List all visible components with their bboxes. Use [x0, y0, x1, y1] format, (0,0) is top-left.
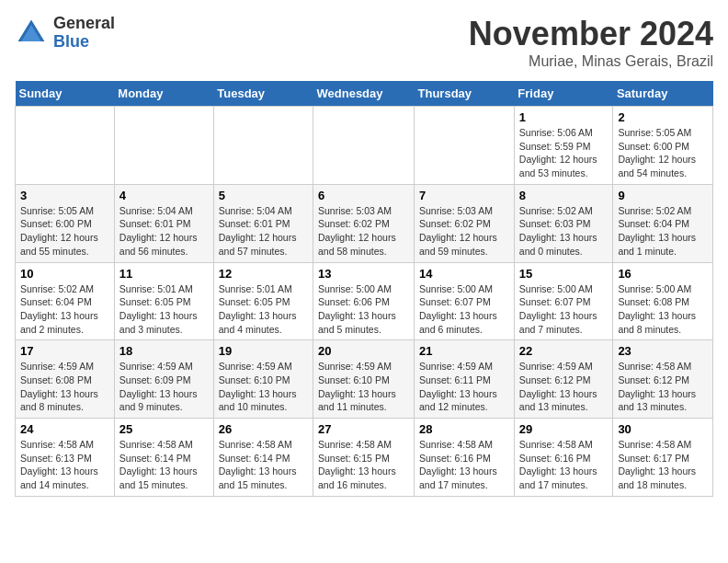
day-number: 13 [318, 267, 409, 281]
day-info: Sunrise: 4:58 AMSunset: 6:16 PMDaylight:… [419, 438, 509, 492]
day-number: 24 [20, 422, 109, 436]
calendar-week-row: 24Sunrise: 4:58 AMSunset: 6:13 PMDayligh… [16, 419, 713, 497]
month-title: November 2024 [469, 15, 713, 53]
day-info: Sunrise: 5:01 AMSunset: 6:05 PMDaylight:… [219, 282, 308, 337]
day-number: 12 [219, 267, 308, 281]
calendar-cell: 18Sunrise: 4:59 AMSunset: 6:09 PMDayligh… [114, 340, 213, 419]
day-info: Sunrise: 4:58 AMSunset: 6:12 PMDaylight:… [618, 360, 708, 414]
calendar-cell [415, 107, 515, 185]
calendar-cell [213, 107, 313, 185]
day-info: Sunrise: 4:59 AMSunset: 6:08 PMDaylight:… [20, 360, 109, 414]
day-info: Sunrise: 4:58 AMSunset: 6:13 PMDaylight:… [20, 438, 109, 492]
calendar-week-row: 17Sunrise: 4:59 AMSunset: 6:08 PMDayligh… [16, 340, 713, 419]
day-number: 5 [219, 189, 308, 202]
day-number: 25 [119, 422, 209, 436]
calendar-cell: 6Sunrise: 5:03 AMSunset: 6:02 PMDaylight… [313, 184, 415, 262]
header-monday: Monday [114, 81, 213, 107]
day-info: Sunrise: 4:58 AMSunset: 6:17 PMDaylight:… [618, 438, 708, 492]
day-info: Sunrise: 5:05 AMSunset: 6:00 PMDaylight:… [20, 204, 109, 259]
day-number: 14 [419, 267, 509, 281]
day-info: Sunrise: 5:03 AMSunset: 6:02 PMDaylight:… [419, 204, 509, 259]
calendar-cell: 22Sunrise: 4:59 AMSunset: 6:12 PMDayligh… [514, 340, 613, 419]
logo-blue-label: Blue [53, 33, 115, 52]
calendar-cell: 15Sunrise: 5:00 AMSunset: 6:07 PMDayligh… [514, 262, 613, 340]
title-block: November 2024 Muriae, Minas Gerais, Braz… [469, 15, 713, 70]
page-header: General Blue November 2024 Muriae, Minas… [15, 15, 713, 70]
day-info: Sunrise: 4:58 AMSunset: 6:14 PMDaylight:… [219, 438, 308, 492]
day-number: 10 [20, 267, 109, 281]
day-number: 2 [618, 110, 708, 124]
calendar-cell: 12Sunrise: 5:01 AMSunset: 6:05 PMDayligh… [213, 262, 313, 340]
day-number: 6 [318, 189, 409, 202]
day-info: Sunrise: 5:04 AMSunset: 6:01 PMDaylight:… [119, 204, 209, 259]
logo-text: General Blue [53, 15, 115, 52]
calendar-cell: 11Sunrise: 5:01 AMSunset: 6:05 PMDayligh… [114, 262, 213, 340]
header-friday: Friday [514, 81, 613, 107]
day-number: 7 [419, 189, 509, 202]
calendar-cell: 27Sunrise: 4:58 AMSunset: 6:15 PMDayligh… [313, 419, 415, 497]
header-sunday: Sunday [16, 81, 115, 107]
day-info: Sunrise: 4:58 AMSunset: 6:14 PMDaylight:… [119, 438, 209, 492]
day-info: Sunrise: 5:02 AMSunset: 6:04 PMDaylight:… [20, 282, 109, 337]
day-info: Sunrise: 4:58 AMSunset: 6:15 PMDaylight:… [318, 438, 409, 492]
day-number: 21 [419, 344, 509, 358]
location-label: Muriae, Minas Gerais, Brazil [469, 53, 713, 70]
day-number: 27 [318, 422, 409, 436]
day-number: 20 [318, 344, 409, 358]
calendar-cell: 21Sunrise: 4:59 AMSunset: 6:11 PMDayligh… [415, 340, 515, 419]
calendar-cell: 8Sunrise: 5:02 AMSunset: 6:03 PMDaylight… [514, 184, 613, 262]
calendar-cell: 26Sunrise: 4:58 AMSunset: 6:14 PMDayligh… [213, 419, 313, 497]
calendar-cell: 14Sunrise: 5:00 AMSunset: 6:07 PMDayligh… [415, 262, 515, 340]
day-number: 28 [419, 422, 509, 436]
logo-icon [15, 17, 48, 50]
header-thursday: Thursday [415, 81, 515, 107]
day-info: Sunrise: 5:03 AMSunset: 6:02 PMDaylight:… [318, 204, 409, 259]
calendar-cell: 30Sunrise: 4:58 AMSunset: 6:17 PMDayligh… [613, 419, 713, 497]
calendar-cell: 9Sunrise: 5:02 AMSunset: 6:04 PMDaylight… [613, 184, 713, 262]
day-info: Sunrise: 4:58 AMSunset: 6:16 PMDaylight:… [519, 438, 609, 492]
calendar-cell [114, 107, 213, 185]
calendar-week-row: 3Sunrise: 5:05 AMSunset: 6:00 PMDaylight… [16, 184, 713, 262]
day-info: Sunrise: 4:59 AMSunset: 6:09 PMDaylight:… [119, 360, 209, 414]
day-number: 26 [219, 422, 308, 436]
calendar-week-row: 1Sunrise: 5:06 AMSunset: 5:59 PMDaylight… [16, 107, 713, 185]
calendar-table: SundayMondayTuesdayWednesdayThursdayFrid… [15, 81, 713, 497]
day-number: 9 [618, 189, 708, 202]
day-info: Sunrise: 5:00 AMSunset: 6:07 PMDaylight:… [419, 282, 509, 337]
calendar-cell: 24Sunrise: 4:58 AMSunset: 6:13 PMDayligh… [16, 419, 115, 497]
day-number: 19 [219, 344, 308, 358]
calendar-cell: 13Sunrise: 5:00 AMSunset: 6:06 PMDayligh… [313, 262, 415, 340]
calendar-cell: 7Sunrise: 5:03 AMSunset: 6:02 PMDaylight… [415, 184, 515, 262]
day-info: Sunrise: 4:59 AMSunset: 6:10 PMDaylight:… [219, 360, 308, 414]
day-info: Sunrise: 5:00 AMSunset: 6:07 PMDaylight:… [519, 282, 609, 337]
day-info: Sunrise: 5:06 AMSunset: 5:59 PMDaylight:… [519, 126, 609, 180]
calendar-cell: 4Sunrise: 5:04 AMSunset: 6:01 PMDaylight… [114, 184, 213, 262]
day-info: Sunrise: 4:59 AMSunset: 6:12 PMDaylight:… [519, 360, 609, 414]
calendar-cell: 5Sunrise: 5:04 AMSunset: 6:01 PMDaylight… [213, 184, 313, 262]
calendar-cell: 1Sunrise: 5:06 AMSunset: 5:59 PMDaylight… [514, 107, 613, 185]
day-info: Sunrise: 4:59 AMSunset: 6:10 PMDaylight:… [318, 360, 409, 414]
day-info: Sunrise: 5:05 AMSunset: 6:00 PMDaylight:… [618, 126, 708, 180]
header-saturday: Saturday [613, 81, 713, 107]
day-info: Sunrise: 4:59 AMSunset: 6:11 PMDaylight:… [419, 360, 509, 414]
calendar-cell: 23Sunrise: 4:58 AMSunset: 6:12 PMDayligh… [613, 340, 713, 419]
day-number: 4 [119, 189, 209, 202]
calendar-week-row: 10Sunrise: 5:02 AMSunset: 6:04 PMDayligh… [16, 262, 713, 340]
day-info: Sunrise: 5:04 AMSunset: 6:01 PMDaylight:… [219, 204, 308, 259]
calendar-cell: 29Sunrise: 4:58 AMSunset: 6:16 PMDayligh… [514, 419, 613, 497]
day-info: Sunrise: 5:02 AMSunset: 6:04 PMDaylight:… [618, 204, 708, 259]
day-number: 16 [618, 267, 708, 281]
logo: General Blue [15, 15, 115, 52]
day-number: 8 [519, 189, 609, 202]
calendar-cell [16, 107, 115, 185]
calendar-cell: 28Sunrise: 4:58 AMSunset: 6:16 PMDayligh… [415, 419, 515, 497]
header-tuesday: Tuesday [213, 81, 313, 107]
day-number: 22 [519, 344, 609, 358]
day-number: 15 [519, 267, 609, 281]
day-number: 3 [20, 189, 109, 202]
header-wednesday: Wednesday [313, 81, 415, 107]
calendar-cell: 20Sunrise: 4:59 AMSunset: 6:10 PMDayligh… [313, 340, 415, 419]
day-info: Sunrise: 5:00 AMSunset: 6:08 PMDaylight:… [618, 282, 708, 337]
calendar-cell: 3Sunrise: 5:05 AMSunset: 6:00 PMDaylight… [16, 184, 115, 262]
day-info: Sunrise: 5:02 AMSunset: 6:03 PMDaylight:… [519, 204, 609, 259]
